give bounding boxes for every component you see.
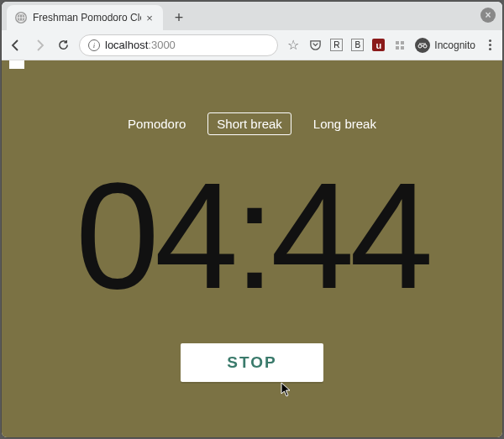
svg-rect-3 [396, 46, 399, 50]
tab-bar: Freshman Pomodoro Cloc × + × [2, 2, 502, 30]
address-bar: i localhost:3000 ☆ R B u Incognito [2, 30, 502, 60]
reload-button[interactable] [55, 38, 71, 53]
extension-b-icon[interactable]: B [351, 39, 364, 51]
mode-tabs: Pomodoro Short break Long break [119, 112, 385, 135]
tab-close-icon[interactable]: × [144, 13, 155, 23]
globe-icon [15, 12, 27, 24]
svg-rect-4 [401, 46, 404, 50]
svg-point-6 [423, 44, 427, 48]
stop-button[interactable]: STOP [181, 343, 323, 382]
extension-r-icon[interactable]: R [330, 39, 343, 51]
tab-long-break[interactable]: Long break [305, 113, 385, 134]
site-info-icon[interactable]: i [88, 39, 100, 51]
app-content: Pomodoro Short break Long break 04:44 ST… [2, 60, 502, 437]
incognito-label: Incognito [434, 39, 475, 51]
tab-short-break[interactable]: Short break [207, 112, 291, 135]
new-tab-button[interactable]: + [168, 7, 190, 29]
progress-stub [9, 60, 24, 69]
url-host: localhost [105, 39, 148, 51]
ublock-icon[interactable]: u [372, 39, 385, 51]
tab-pomodoro[interactable]: Pomodoro [119, 113, 194, 134]
pocket-icon[interactable] [308, 39, 322, 52]
browser-menu-button[interactable] [484, 39, 496, 50]
back-button[interactable] [8, 38, 24, 53]
svg-rect-1 [396, 41, 399, 44]
mouse-cursor-icon [281, 382, 292, 397]
timer-display: 04:44 [76, 160, 428, 311]
browser-tab[interactable]: Freshman Pomodoro Cloc × [7, 5, 163, 30]
incognito-indicator[interactable]: Incognito [415, 38, 475, 53]
extension-generic-icon[interactable] [393, 39, 407, 52]
svg-point-5 [418, 44, 422, 48]
url-port: :3000 [148, 39, 176, 51]
svg-rect-2 [401, 41, 404, 44]
incognito-icon [415, 38, 430, 53]
forward-button[interactable] [32, 38, 47, 53]
url-field[interactable]: i localhost:3000 [79, 34, 278, 56]
extension-icons: ☆ R B u Incognito [286, 38, 496, 53]
browser-window: Freshman Pomodoro Cloc × + × i localhost… [2, 2, 502, 437]
tab-title: Freshman Pomodoro Cloc [33, 12, 141, 24]
window-close-icon[interactable]: × [480, 8, 496, 23]
bookmark-star-icon[interactable]: ☆ [286, 39, 300, 52]
